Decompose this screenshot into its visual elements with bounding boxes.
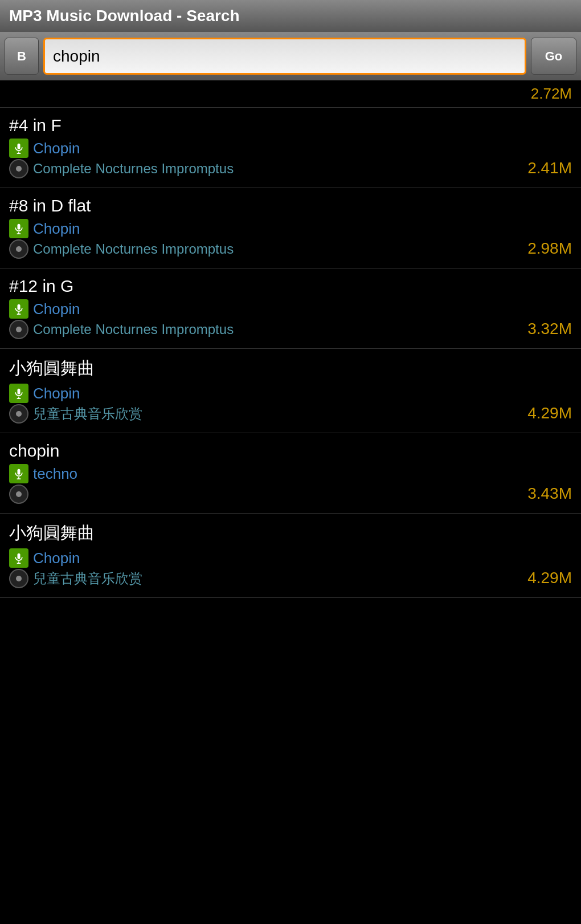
artist-row: Chopin bbox=[9, 384, 572, 403]
results-list: #4 in F Chopin Complete Nocturnes Improm… bbox=[0, 108, 581, 598]
app-title: MP3 Music Download - Search bbox=[9, 7, 240, 25]
svg-rect-15 bbox=[18, 553, 21, 559]
artist-row: techno bbox=[9, 464, 572, 483]
artist-row: Chopin bbox=[9, 219, 572, 238]
item-size: 2.98M bbox=[527, 239, 572, 258]
svg-rect-12 bbox=[18, 469, 21, 475]
album-row: Complete Nocturnes Impromptus bbox=[9, 239, 572, 259]
artist-name: Chopin bbox=[33, 220, 80, 238]
disk-icon bbox=[9, 404, 28, 424]
album-name: Complete Nocturnes Impromptus bbox=[33, 161, 234, 177]
disk-icon bbox=[9, 569, 28, 588]
album-name: Complete Nocturnes Impromptus bbox=[33, 321, 234, 337]
list-item[interactable]: 小狗圓舞曲 Chopin 兒童古典音乐欣赏 4.29M bbox=[0, 349, 581, 433]
list-item[interactable]: #12 in G Chopin Complete Nocturnes Impro… bbox=[0, 268, 581, 349]
svg-rect-0 bbox=[18, 144, 21, 149]
artist-row: Chopin bbox=[9, 299, 572, 319]
album-row bbox=[9, 485, 572, 504]
item-title: #12 in G bbox=[9, 276, 572, 296]
partial-result[interactable]: 2.72M bbox=[0, 80, 581, 108]
artist-name: Chopin bbox=[33, 140, 80, 157]
artist-row: Chopin bbox=[9, 139, 572, 158]
artist-name: techno bbox=[33, 465, 77, 483]
svg-rect-9 bbox=[18, 389, 21, 394]
list-item[interactable]: #8 in D flat Chopin Complete Nocturnes I… bbox=[0, 188, 581, 268]
artist-name: Chopin bbox=[33, 300, 80, 318]
item-size: 3.43M bbox=[527, 485, 572, 503]
item-title: 小狗圓舞曲 bbox=[9, 357, 572, 380]
disk-icon bbox=[9, 159, 28, 178]
album-row: Complete Nocturnes Impromptus bbox=[9, 159, 572, 178]
item-title: #8 in D flat bbox=[9, 196, 572, 215]
mic-icon bbox=[9, 464, 28, 483]
svg-rect-3 bbox=[18, 224, 21, 230]
item-title: 小狗圓舞曲 bbox=[9, 522, 572, 545]
item-size: 3.32M bbox=[527, 320, 572, 338]
artist-name: Chopin bbox=[33, 549, 80, 567]
album-name: 兒童古典音乐欣赏 bbox=[33, 569, 142, 588]
list-item[interactable]: 小狗圓舞曲 Chopin 兒童古典音乐欣赏 4.29M bbox=[0, 514, 581, 598]
back-button[interactable]: B bbox=[5, 38, 39, 75]
artist-row: Chopin bbox=[9, 548, 572, 568]
disk-icon bbox=[9, 485, 28, 504]
album-row: 兒童古典音乐欣赏 bbox=[9, 404, 572, 424]
item-title: #4 in F bbox=[9, 116, 572, 135]
item-size: 2.41M bbox=[527, 159, 572, 177]
mic-icon bbox=[9, 384, 28, 403]
title-bar: MP3 Music Download - Search bbox=[0, 0, 581, 32]
mic-icon bbox=[9, 219, 28, 238]
artist-name: Chopin bbox=[33, 385, 80, 402]
partial-size: 2.72M bbox=[531, 85, 572, 103]
album-name: 兒童古典音乐欣赏 bbox=[33, 405, 142, 423]
album-name: Complete Nocturnes Impromptus bbox=[33, 241, 234, 257]
album-row: Complete Nocturnes Impromptus bbox=[9, 320, 572, 339]
list-item[interactable]: chopin techno 3.43M bbox=[0, 433, 581, 514]
list-item[interactable]: #4 in F Chopin Complete Nocturnes Improm… bbox=[0, 108, 581, 188]
disk-icon bbox=[9, 239, 28, 259]
svg-rect-6 bbox=[18, 304, 21, 310]
mic-icon bbox=[9, 139, 28, 158]
disk-icon bbox=[9, 320, 28, 339]
mic-icon bbox=[9, 299, 28, 319]
album-row: 兒童古典音乐欣赏 bbox=[9, 569, 572, 588]
item-title: chopin bbox=[9, 441, 572, 461]
item-size: 4.29M bbox=[527, 569, 572, 587]
mic-icon bbox=[9, 548, 28, 568]
search-input[interactable] bbox=[43, 38, 526, 75]
search-bar: B Go bbox=[0, 32, 581, 80]
go-button[interactable]: Go bbox=[531, 38, 576, 75]
item-size: 4.29M bbox=[527, 404, 572, 422]
